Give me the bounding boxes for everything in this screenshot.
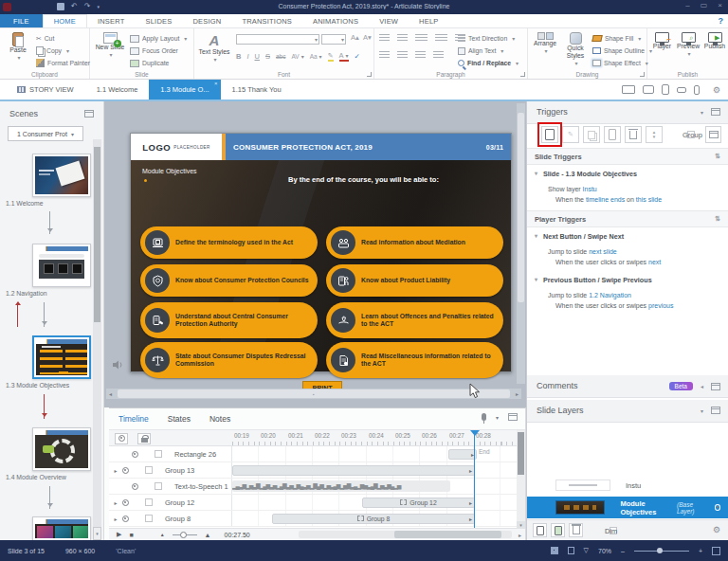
playhead-line[interactable] — [474, 430, 475, 530]
scene-thumb-1-3-selected[interactable] — [32, 335, 91, 379]
toggle-all-visibility-button[interactable] — [115, 433, 128, 444]
scene-label-1-2[interactable]: 1.2 Navigation — [6, 290, 100, 297]
objective-button-miscellaneous[interactable]: Read Miscellaneous information related t… — [326, 342, 503, 378]
new-layer-button[interactable] — [533, 523, 547, 537]
slide-layers-menu-caret-icon[interactable]: ▾ — [701, 407, 703, 414]
subscript-button[interactable]: abc — [276, 53, 285, 60]
trigger-action[interactable]: Jump to slide next slide — [548, 248, 617, 255]
reorder-trigger-button[interactable]: ▲▼ — [646, 126, 663, 143]
timeline-row-group-13[interactable]: ▸ ▸Group 13 — [109, 462, 525, 479]
underline-button[interactable]: U — [255, 52, 260, 61]
timeline-ruler[interactable]: 00:19 00:20 00:21 00:22 00:23 00:24 00:2… — [109, 430, 525, 446]
player-triggers-section[interactable]: Player Triggers⇅ — [527, 210, 728, 227]
tab-1-1-welcome[interactable]: 1.1 Welcome — [85, 80, 150, 100]
font-name-select[interactable] — [236, 34, 319, 45]
timeline-vscroll-thumb[interactable] — [518, 432, 524, 475]
save-icon[interactable] — [57, 3, 64, 10]
grow-font-button[interactable]: A▴ — [349, 33, 361, 42]
next-button-trigger-group[interactable]: ▾Next Button / Swipe Next — [535, 232, 720, 241]
tab-story-view[interactable]: STORY VIEW — [6, 80, 85, 100]
timeline-horizontal-scrollbar[interactable] — [299, 531, 512, 538]
visibility-icon[interactable] — [122, 499, 129, 506]
qat-dropdown-icon[interactable]: ▾ — [97, 4, 100, 9]
undo-icon[interactable]: ↶ — [71, 2, 78, 10]
tab-notes[interactable]: Notes — [209, 414, 230, 424]
tab-transitions[interactable]: TRANSITIONS — [231, 14, 302, 27]
bold-button[interactable]: B — [236, 52, 241, 61]
preview-button[interactable]: ⌕ Preview — [675, 32, 701, 58]
objective-button-product-liability[interactable]: Know about Product Liability — [326, 264, 503, 297]
layer-settings-gear-icon[interactable]: ⚙ — [713, 525, 720, 534]
stage-horizontal-scrollbar[interactable]: ◂ ▪ ▸ — [106, 389, 521, 399]
trigger-wizard-button[interactable] — [705, 126, 721, 143]
shape-outline-button[interactable]: Shape Outline — [592, 45, 652, 57]
tab-timeline[interactable]: Timeline — [118, 414, 149, 424]
tab-slides[interactable]: SLIDES — [136, 14, 183, 27]
play-button[interactable]: ▶ — [117, 531, 121, 538]
delete-trigger-button[interactable] — [625, 126, 642, 143]
timeline-row-group-12[interactable]: Group 12▸ ▸Group 12 — [109, 495, 525, 511]
zoom-slider[interactable] — [634, 551, 689, 552]
paste-button[interactable]: Paste — [2, 32, 34, 62]
tab-1-15-thank-you[interactable]: 1.15 Thank You — [221, 80, 293, 100]
tab-animations[interactable]: ANIMATIONS — [302, 14, 369, 27]
align-right-icon[interactable] — [415, 51, 426, 59]
trigger-action[interactable]: Jump to slide 1.2 Navigation — [548, 292, 631, 299]
comments-panel-icon[interactable] — [711, 383, 720, 390]
justify-icon[interactable] — [433, 51, 444, 59]
trigger-action[interactable]: Show layer Instu — [548, 186, 597, 192]
timeline-menu-caret-icon[interactable]: ▾ — [496, 414, 499, 421]
font-size-select[interactable] — [321, 34, 346, 45]
drawing-dialog-launcher[interactable] — [640, 72, 645, 77]
font-color-button[interactable]: A — [339, 51, 349, 62]
close-button[interactable]: × — [718, 1, 722, 9]
copy-button[interactable]: Copy — [36, 45, 90, 57]
timeline-hscroll-thumb[interactable] — [394, 531, 501, 538]
playhead-handle[interactable] — [470, 430, 480, 441]
spellcheck-icon[interactable]: ✓ — [355, 52, 360, 61]
tab-view[interactable]: VIEW — [369, 14, 409, 27]
collapse-section-icon[interactable]: ⇅ — [715, 153, 720, 160]
slide-layers-panel-icon[interactable] — [711, 407, 720, 414]
slide-triggers-section[interactable]: Slide Triggers⇅ — [527, 148, 728, 165]
stage-vertical-scrollbar[interactable] — [517, 103, 525, 384]
trigger-condition[interactable]: When the user clicks or swipes previous — [555, 302, 674, 309]
collapse-trigger-icon[interactable]: ▾ — [535, 232, 537, 241]
tab-insert[interactable]: INSERT — [87, 14, 136, 27]
triggers-panel-icon[interactable] — [711, 108, 720, 116]
redo-icon[interactable]: ↷ — [84, 2, 91, 10]
delete-layer-button[interactable] — [569, 523, 583, 537]
lock-checkbox[interactable] — [155, 482, 162, 490]
timeline-zoom-slider[interactable] — [173, 534, 197, 535]
toggle-all-lock-button[interactable] — [137, 433, 151, 444]
desktop-preview-icon[interactable] — [622, 85, 635, 94]
duplicate-button[interactable]: Duplicate — [130, 57, 187, 69]
scene-thumb-1-4[interactable] — [32, 427, 91, 471]
align-text-button[interactable]: Align Text — [458, 45, 519, 57]
filter-icon[interactable]: ▽ — [584, 547, 589, 554]
layer-visibility-eye-icon[interactable] — [715, 504, 721, 511]
align-center-icon[interactable] — [397, 51, 408, 59]
scene-label-1-3[interactable]: 1.3 Module Objectives — [6, 382, 100, 389]
timeline-bar[interactable]: Group 12▸ — [362, 498, 475, 508]
scenes-scrollbar[interactable] — [93, 139, 101, 540]
lock-checkbox[interactable] — [145, 515, 153, 522]
focus-order-button[interactable]: Focus Order — [130, 45, 187, 57]
scene-select[interactable]: 1 Consumer Prot▾ — [8, 126, 83, 141]
restore-button[interactable]: ▭ — [701, 1, 708, 9]
scene-thumb-1-1[interactable] — [32, 154, 91, 197]
expand-icon[interactable]: ▸ — [111, 467, 120, 474]
expand-icon[interactable]: ▸ — [111, 516, 120, 522]
scroll-right-icon[interactable]: ▸ — [516, 390, 519, 397]
collapse-trigger-icon[interactable]: ▾ — [535, 276, 537, 284]
lock-checkbox[interactable] — [145, 466, 153, 474]
visibility-icon[interactable] — [132, 451, 138, 458]
indent-increase-icon[interactable] — [435, 34, 447, 42]
comments-expand-icon[interactable]: ◂ — [701, 383, 703, 389]
collapse-trigger-icon[interactable]: ▾ — [535, 170, 537, 178]
timeline-scroll-right-icon[interactable]: ▸ — [519, 532, 521, 538]
find-replace-button[interactable]: Find / Replace — [458, 57, 519, 69]
edit-trigger-button[interactable]: ✎ — [562, 126, 579, 143]
tab-1-3-module-objectives[interactable]: 1.3 Module O... × — [149, 80, 220, 100]
narration-mic-icon[interactable] — [482, 413, 486, 421]
